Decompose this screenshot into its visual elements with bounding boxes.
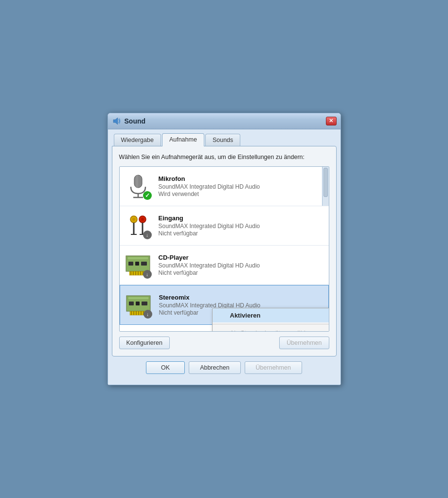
window-body: Wiedergabe Aufnahme Sounds Wählen Sie ei… [108, 129, 340, 385]
scrollbar-thumb [323, 168, 328, 197]
configure-button[interactable]: Konfigurieren [119, 337, 170, 349]
svg-rect-23 [140, 271, 141, 275]
instruction-text: Wählen Sie ein Aufnahmegerät aus, um die… [119, 153, 329, 162]
eingang-icon-container: ↓ [124, 211, 153, 240]
apply-button[interactable]: Übernehmen [279, 337, 329, 349]
svg-marker-0 [113, 118, 118, 124]
cdplayer-info: CD-Player SoundMAX Integrated Digital HD… [159, 254, 325, 277]
eingang-name: Eingang [159, 214, 325, 222]
cdplayer-status: Nicht verfügbar [159, 269, 325, 276]
mikrofon-status-badge: ✓ [143, 191, 152, 200]
cancel-button[interactable]: Abbrechen [189, 361, 240, 374]
device-item-mikrofon[interactable]: ✓ Mikrofon SoundMAX Integrated Digital H… [120, 167, 329, 206]
window-title: Sound [125, 117, 326, 125]
svg-rect-20 [133, 271, 134, 275]
svg-rect-30 [142, 302, 147, 305]
device-item-eingang[interactable]: ↓ Eingang SoundMAX Integrated Digital HD… [120, 206, 329, 246]
svg-rect-36 [141, 311, 142, 315]
svg-rect-35 [138, 311, 139, 315]
svg-rect-33 [133, 311, 134, 315]
svg-rect-32 [131, 311, 132, 315]
tab-sounds[interactable]: Sounds [205, 134, 240, 146]
tab-aufnahme[interactable]: Aufnahme [162, 133, 204, 146]
scrollbar[interactable] [322, 167, 329, 206]
svg-rect-29 [136, 302, 140, 305]
svg-rect-34 [136, 311, 137, 315]
mikrofon-info: Mikrofon SoundMAX Integrated Digital HD … [159, 175, 325, 198]
ctx-sep-1 [213, 324, 329, 324]
tab-bar: Wiedergabe Aufnahme Sounds [112, 133, 337, 146]
device-list: ✓ Mikrofon SoundMAX Integrated Digital H… [119, 166, 329, 332]
device-item-cdplayer[interactable]: ↓ CD-Player SoundMAX Integrated Digital … [120, 246, 329, 285]
eingang-driver: SoundMAX Integrated Digital HD Audio [159, 223, 325, 230]
svg-rect-21 [135, 271, 136, 275]
mikrofon-icon-container: ✓ [124, 172, 153, 201]
cdplayer-status-badge: ↓ [143, 270, 152, 279]
ctx-aktivieren[interactable]: Aktivieren [213, 308, 329, 322]
mikrofon-name: Mikrofon [159, 175, 325, 182]
close-button[interactable]: ✕ [326, 117, 337, 125]
stereomix-icon-container: ↓ [124, 290, 153, 320]
tab-content: Wählen Sie ein Aufnahmegerät aus, um die… [112, 146, 337, 357]
svg-rect-22 [138, 271, 139, 275]
stereomix-name: Stereomix [159, 294, 324, 301]
ubernehmen-button[interactable]: Übernehmen [245, 361, 302, 374]
title-bar: Sound ✕ [108, 113, 340, 129]
svg-rect-16 [135, 262, 139, 266]
cdplayer-icon-container: ↓ [124, 250, 153, 280]
ctx-standard: Als Standardgerät auswählen [213, 326, 329, 332]
svg-rect-2 [136, 175, 138, 188]
svg-point-10 [141, 218, 144, 221]
svg-rect-14 [127, 257, 148, 260]
eingang-status-badge: ↓ [143, 231, 152, 239]
svg-rect-27 [128, 297, 149, 300]
svg-point-6 [132, 218, 135, 221]
context-menu: Aktivieren Als Standardgerät auswählen ✓… [212, 308, 329, 332]
svg-rect-17 [141, 262, 147, 266]
svg-rect-19 [130, 271, 131, 275]
svg-rect-15 [128, 262, 133, 266]
mikrofon-driver: SoundMAX Integrated Digital HD Audio [159, 183, 325, 190]
sound-icon [112, 116, 122, 126]
cdplayer-driver: SoundMAX Integrated Digital HD Audio [159, 262, 325, 269]
svg-rect-28 [129, 302, 134, 305]
bottom-buttons: Konfigurieren Übernehmen [119, 337, 329, 349]
tab-wiedergabe[interactable]: Wiedergabe [114, 134, 161, 146]
sound-dialog: Sound ✕ Wiedergabe Aufnahme Sounds Wähle… [108, 113, 341, 386]
ok-button[interactable]: OK [146, 361, 185, 374]
mikrofon-status: Wird verwendet [159, 191, 325, 197]
cdplayer-name: CD-Player [159, 254, 325, 261]
eingang-info: Eingang SoundMAX Integrated Digital HD A… [159, 214, 325, 237]
footer-buttons: OK Abbrechen Übernehmen [112, 356, 337, 381]
stereomix-status-badge: ↓ [143, 310, 152, 319]
eingang-status: Nicht verfügbar [159, 230, 325, 237]
